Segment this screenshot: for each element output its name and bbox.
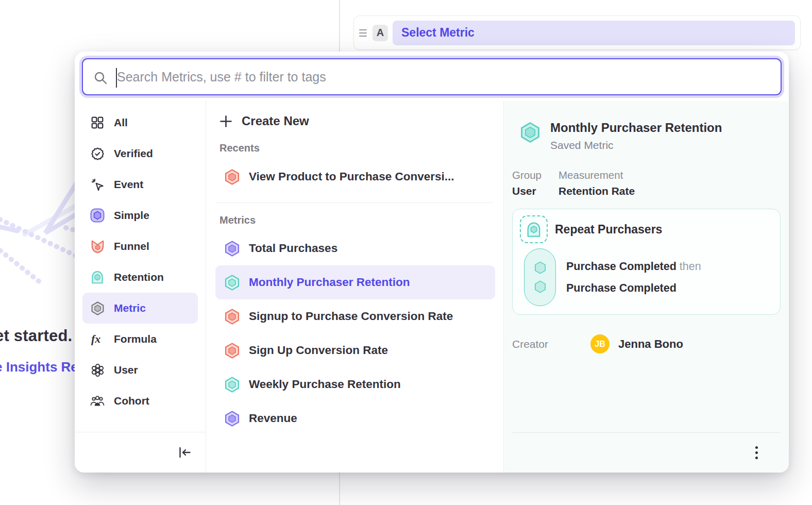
sidebar-footer [75,432,206,473]
metric-row-revenue[interactable]: Revenue [215,401,495,435]
grid-icon [90,115,105,130]
metric-picker-modal: All Verified Event [75,52,789,473]
query-builder-row: A Select Metric [353,15,801,50]
metric-details-panel: Monthly Purchaser Retention Saved Metric… [504,101,789,473]
text-caret [116,68,117,88]
metric-row-total-purchases[interactable]: Total Purchases [215,231,495,265]
select-metric-button[interactable]: Select Metric [393,21,795,45]
metric-row-sign-up-conversion-rate[interactable]: Sign Up Conversion Rate [215,333,495,367]
plus-icon [219,115,232,128]
funnel-metric-hexagon-icon [224,342,241,359]
funnel-hexagon-icon [90,239,105,254]
metric-row-signup-to-purchase-conversion-rate[interactable]: Signup to Purchase Conversion Rate [215,299,495,333]
funnel-metric-hexagon-icon [224,308,241,325]
cohort-definition-icon [520,215,548,243]
sidebar-item-label: Formula [114,333,157,345]
sidebar-item-cohort[interactable]: Cohort [82,385,198,416]
row-letter-badge: A [373,25,388,41]
sidebar-item-label: Retention [114,271,164,283]
recents-header: Recents [215,142,495,154]
details-footer [512,432,781,473]
metrics-header: Metrics [215,214,495,226]
details-title: Monthly Purchaser Retention [550,121,722,135]
cohort-people-icon [90,393,105,409]
sidebar-item-label: User [114,364,138,376]
definition-step-2: Purchase Completed [566,282,701,295]
search-icon [94,71,108,85]
group-label: Group [512,169,559,181]
sidebar-item-simple[interactable]: Simple [82,200,198,231]
search-input[interactable] [83,59,781,94]
metric-list-column: Create New Recents View Product to Purch… [206,101,504,473]
create-new-button[interactable]: Create New [215,109,495,133]
definition-step-1: Purchase Completed then [566,260,701,273]
measurement-value: Retention Rate [559,185,635,197]
definition-title: Repeat Purchasers [555,223,662,237]
drag-handle-icon[interactable] [358,29,368,37]
event-sequence-icon [524,248,556,306]
metric-row-monthly-purchaser-retention[interactable]: Monthly Purchaser Retention [215,265,495,299]
sidebar-item-event[interactable]: Event [82,169,198,200]
details-subtitle: Saved Metric [550,139,722,152]
creator-avatar: JB [590,334,610,354]
sidebar-item-label: All [114,116,128,129]
step-connector: then [680,260,701,273]
search-box[interactable] [82,58,782,95]
sidebar-item-formula[interactable]: fx Formula [82,324,198,355]
metric-row-label: Monthly Purchaser Retention [249,276,410,289]
search-zone [75,52,789,101]
metric-hexagon-icon [90,300,105,316]
kebab-menu-icon[interactable] [752,443,761,462]
list-divider [216,203,494,203]
details-meta: Group User Measurement Retention Rate [512,169,781,197]
sidebar-item-label: Verified [114,147,153,160]
group-value: User [512,185,559,197]
metric-row-label: Revenue [249,412,297,425]
metric-row-weekly-purchase-retention[interactable]: Weekly Purchase Retention [215,367,495,401]
sidebar-item-label: Metric [114,302,146,314]
sidebar-item-label: Funnel [114,240,149,252]
filter-sidebar: All Verified Event [75,101,206,473]
formula-fx-icon: fx [90,331,105,347]
details-header: Monthly Purchaser Retention Saved Metric [512,121,781,152]
recent-item-row[interactable]: View Product to Purchase Conversi... [215,160,495,193]
sidebar-item-label: Cohort [114,395,149,407]
retention-metric-hexagon-icon [224,376,241,393]
metric-row-label: Weekly Purchase Retention [249,378,401,391]
verified-seal-icon [90,146,105,161]
creator-label: Creator [512,338,590,350]
user-cluster-icon [90,362,105,378]
insights-report-link-fragment[interactable]: e Insights Re [0,359,78,375]
sidebar-item-all[interactable]: All [82,107,198,138]
sidebar-item-user[interactable]: User [82,355,198,385]
retention-arch-icon [90,270,105,285]
event-metric-hexagon-icon [224,240,241,257]
creator-name: Jenna Bono [618,338,683,351]
collapse-left-icon[interactable] [178,446,192,459]
sidebar-item-verified[interactable]: Verified [82,138,198,169]
sidebar-item-retention[interactable]: Retention [82,262,198,293]
event-cursor-icon [90,177,105,192]
svg-text:fx: fx [91,332,100,345]
measurement-label: Measurement [559,169,635,181]
sidebar-item-label: Simple [114,209,149,222]
creator-row: Creator JB Jenna Bono [512,334,781,354]
funnel-metric-hexagon-icon [224,169,241,186]
background-headline-fragment: et started. [0,327,72,345]
saved-metric-hexagon-icon [519,122,541,152]
metric-row-label: Signup to Purchase Conversion Rate [249,310,453,323]
metric-row-label: Total Purchases [249,242,337,255]
simple-hexagon-icon [90,208,105,223]
sidebar-item-funnel[interactable]: Funnel [82,231,198,262]
retention-metric-hexagon-icon [224,274,241,291]
event-metric-hexagon-icon [224,410,241,427]
create-new-label: Create New [242,114,309,128]
sidebar-item-label: Event [114,178,143,191]
sidebar-item-metric[interactable]: Metric [82,293,198,324]
metrics-rows: Total Purchases Monthly Purchaser Retent… [215,231,495,435]
definition-card: Repeat Purchasers Purchase Completed the… [512,209,781,315]
recent-item-label: View Product to Purchase Conversi... [249,170,454,183]
metric-row-label: Sign Up Conversion Rate [249,344,388,357]
